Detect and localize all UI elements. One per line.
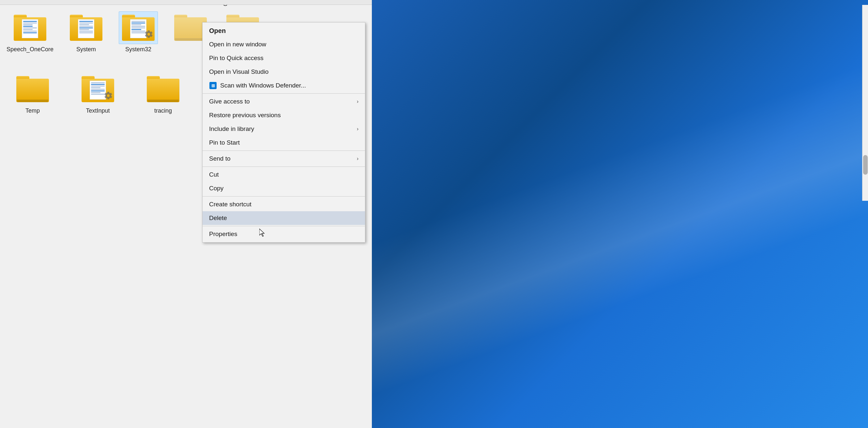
doc-line (79, 29, 89, 30)
folder-body (147, 79, 179, 102)
doc-line (79, 32, 93, 33)
doc-overlay (78, 19, 94, 38)
arrow-icon-include-library: › (357, 126, 359, 132)
doc-line (91, 90, 105, 91)
defender-icon: ⊞ (209, 82, 217, 89)
folder-grid: Speech_OneCore (0, 5, 209, 428)
doc-line (79, 23, 93, 24)
doc-line (131, 21, 145, 22)
folder-icon-system32 (122, 15, 155, 41)
context-menu-item-pin-quick-access[interactable]: Pin to Quick access (203, 51, 365, 65)
context-menu-label-restore-versions: Restore previous versions (209, 112, 359, 119)
folder-icon-wrap (66, 11, 106, 44)
gear-icon (144, 30, 153, 39)
doc-line (23, 32, 37, 33)
doc-line (131, 24, 141, 25)
folder-body (16, 79, 49, 102)
defender-shield-icon: ⊞ (209, 82, 217, 89)
desktop-ray (372, 0, 868, 428)
folder-label-textinput: TextInput (86, 107, 110, 115)
folder-label-temp: Temp (26, 107, 40, 115)
folder-item-system32[interactable]: System32 (119, 11, 158, 53)
explorer-topbar (0, 0, 372, 5)
doc-line (79, 21, 93, 22)
folder-item-temp[interactable]: Temp (6, 73, 59, 115)
doc-line (23, 23, 37, 24)
folder-icon-temp (16, 76, 49, 102)
folder-item-speech-onecore[interactable]: Speech_OneCore (6, 11, 54, 53)
doc-line (131, 26, 145, 27)
doc-line (131, 32, 145, 33)
arrow-icon-send-to: › (357, 156, 359, 162)
doc-line (131, 23, 145, 24)
context-menu-item-open[interactable]: Open (203, 24, 365, 37)
context-menu-label-cut: Cut (209, 171, 359, 178)
doc-line (91, 82, 105, 83)
context-menu-label-send-to: Send to (209, 155, 354, 162)
folder-row-2: Temp (6, 73, 202, 115)
context-menu-label-pin-start: Pin to Start (209, 139, 359, 146)
folder-icon-speech-onecore (14, 15, 46, 41)
doc-line (23, 26, 33, 27)
folder-label-tracing: tracing (154, 107, 172, 115)
doc-line (91, 86, 105, 87)
folder-label-speech-onecore: Speech_OneCore (6, 46, 54, 53)
folder-icon-textinput (82, 76, 114, 102)
context-menu-label-include-library: Include in library (209, 125, 354, 133)
doc-line (91, 84, 105, 85)
doc-line (79, 31, 93, 32)
context-menu-separator-3 (203, 167, 365, 167)
context-menu-label-scan-defender: Scan with Windows Defender... (220, 82, 359, 89)
context-menu-label-pin-quick-access: Pin to Quick access (209, 55, 359, 62)
doc-line (23, 24, 33, 25)
folder-shadow (17, 99, 48, 102)
doc-line (91, 94, 105, 95)
doc-overlay (22, 19, 38, 38)
folder-icon-wrap-selected (119, 11, 158, 44)
context-menu-item-send-to[interactable]: Send to › (203, 152, 365, 166)
context-menu-label-open: Open (209, 27, 359, 35)
doc-line (23, 29, 33, 30)
doc-line (131, 29, 141, 30)
context-menu-separator-2 (203, 150, 365, 151)
doc-line (91, 87, 100, 88)
doc-line (91, 89, 105, 90)
doc-line (79, 24, 89, 25)
context-menu-item-open-new-window[interactable]: Open in new window (203, 37, 365, 51)
folder-icon-wrap (144, 73, 183, 106)
context-menu-item-delete[interactable]: Delete (203, 211, 365, 225)
folder-shadow (148, 99, 179, 102)
context-menu-label-copy: Copy (209, 185, 359, 192)
context-menu-item-open-visual-studio[interactable]: Open in Visual Studio (203, 65, 365, 79)
doc-line (91, 92, 100, 93)
folder-row-1: Speech_OneCore (6, 11, 202, 53)
context-menu-item-pin-start[interactable]: Pin to Start (203, 136, 365, 149)
context-menu-item-include-library[interactable]: Include in library › (203, 122, 365, 136)
context-menu-separator-4 (203, 196, 365, 197)
context-menu-separator-1 (203, 93, 365, 94)
context-menu-item-give-access[interactable]: Give access to › (203, 95, 365, 108)
folder-icon-wrap (78, 73, 118, 106)
scrollbar-thumb[interactable] (863, 155, 868, 175)
folder-item-textinput[interactable]: TextInput (72, 73, 124, 115)
context-menu-item-scan-defender[interactable]: ⊞ Scan with Windows Defender... (203, 79, 365, 92)
doc-line (79, 26, 93, 27)
folder-item-tracing[interactable]: tracing (137, 73, 189, 115)
context-menu-item-properties[interactable]: Properties (203, 227, 365, 241)
folder-body (70, 17, 102, 41)
gear-icon (104, 91, 113, 100)
context-menu-label-open-visual-studio: Open in Visual Studio (209, 68, 359, 76)
folder-label-system32: System32 (125, 46, 151, 53)
folder-item-system[interactable]: System (66, 11, 106, 53)
folder-shadow (175, 38, 206, 41)
context-menu-item-restore-versions[interactable]: Restore previous versions (203, 108, 365, 122)
folder-icon-wrap (10, 11, 50, 44)
folder-label-system: System (76, 46, 96, 53)
context-menu-label-delete: Delete (209, 215, 359, 222)
scrollbar[interactable] (862, 5, 868, 201)
context-menu-item-copy[interactable]: Copy (203, 181, 365, 195)
context-menu-item-create-shortcut[interactable]: Create shortcut (203, 198, 365, 211)
context-menu-item-cut[interactable]: Cut (203, 168, 365, 181)
doc-line (79, 27, 93, 28)
context-menu-label-create-shortcut: Create shortcut (209, 201, 359, 208)
